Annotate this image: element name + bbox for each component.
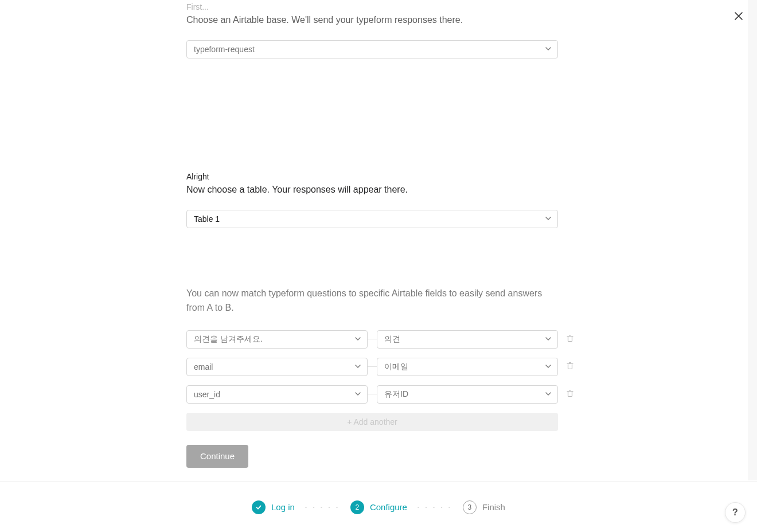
step-label: Log in: [271, 502, 295, 512]
connector-line: [368, 366, 377, 367]
add-another-button[interactable]: + Add another: [186, 413, 558, 431]
chevron-down-icon: [545, 362, 552, 371]
step-separator: - - - - -: [417, 504, 452, 510]
delete-row-button[interactable]: [566, 362, 574, 372]
connector-line: [368, 339, 377, 339]
help-button[interactable]: ?: [725, 502, 746, 523]
mapping-row: email 이메일: [186, 358, 558, 376]
main-content: First... Choose an Airtable base. We'll …: [186, 0, 558, 468]
field-select-value: 이메일: [384, 362, 408, 372]
base-heading: Choose an Airtable base. We'll send your…: [186, 15, 558, 25]
continue-label: Continue: [200, 451, 235, 461]
table-select[interactable]: Table 1: [186, 210, 558, 228]
close-button[interactable]: [734, 11, 743, 21]
chevron-down-icon: [545, 390, 552, 399]
table-heading: Now choose a table. Your responses will …: [186, 185, 558, 195]
trash-icon: [566, 362, 574, 370]
chevron-down-icon: [545, 335, 552, 344]
step-label: Configure: [370, 502, 407, 512]
chevron-down-icon: [354, 362, 361, 371]
table-select-value: Table 1: [194, 214, 220, 224]
step-circle-active: 2: [350, 500, 364, 514]
scrollbar-track[interactable]: [748, 0, 757, 480]
chevron-down-icon: [354, 335, 361, 344]
field-select-value: 의견: [384, 334, 400, 345]
field-select[interactable]: 유저ID: [377, 385, 558, 404]
step-configure[interactable]: 2 Configure: [350, 500, 407, 514]
base-select[interactable]: typeform-request: [186, 40, 558, 58]
step-login[interactable]: Log in: [252, 500, 295, 514]
question-select-value: 의견을 남겨주세요.: [194, 334, 263, 345]
help-icon: ?: [732, 507, 738, 518]
match-description: You can now match typeform questions to …: [186, 287, 558, 315]
field-select[interactable]: 이메일: [377, 358, 558, 376]
base-select-value: typeform-request: [194, 45, 255, 54]
delete-row-button[interactable]: [566, 334, 574, 345]
trash-icon: [566, 334, 574, 342]
step-separator: - - - - -: [305, 504, 340, 510]
base-eyebrow: First...: [186, 2, 558, 11]
step-circle-upcoming: 3: [463, 500, 477, 514]
step-circle-done: [252, 500, 266, 514]
mapping-row: 의견을 남겨주세요. 의견: [186, 330, 558, 349]
field-select-value: 유저ID: [384, 389, 408, 400]
question-select-value: user_id: [194, 390, 220, 399]
add-another-label: + Add another: [347, 417, 397, 427]
step-finish[interactable]: 3 Finish: [463, 500, 505, 514]
close-icon: [734, 11, 743, 21]
question-select[interactable]: user_id: [186, 385, 368, 404]
step-label: Finish: [482, 502, 505, 512]
chevron-down-icon: [545, 45, 552, 54]
delete-row-button[interactable]: [566, 389, 574, 400]
chevron-down-icon: [545, 214, 552, 224]
question-select[interactable]: 의견을 남겨주세요.: [186, 330, 368, 349]
connector-line: [368, 394, 377, 394]
field-select[interactable]: 의견: [377, 330, 558, 349]
continue-button[interactable]: Continue: [186, 445, 248, 468]
mapping-row: user_id 유저ID: [186, 385, 558, 404]
check-icon: [255, 504, 262, 511]
question-select-value: email: [194, 362, 213, 371]
trash-icon: [566, 389, 574, 397]
chevron-down-icon: [354, 390, 361, 399]
stepper: Log in - - - - - 2 Configure - - - - - 3…: [0, 482, 757, 532]
question-select[interactable]: email: [186, 358, 368, 376]
table-eyebrow: Alright: [186, 172, 558, 181]
